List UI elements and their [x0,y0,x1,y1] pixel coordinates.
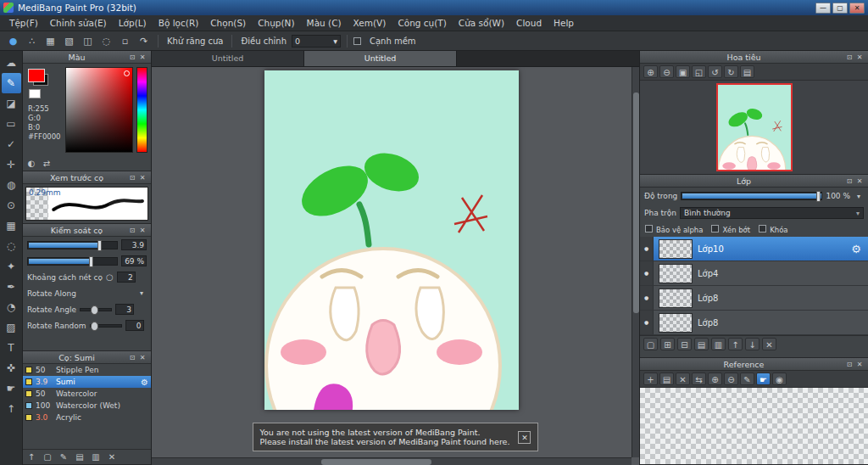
curve-icon[interactable]: ↷ [136,34,152,48]
vertical-scrollbar[interactable] [632,67,639,457]
zoom-out-icon[interactable]: ⊖ [659,65,674,78]
grid-icon[interactable]: ▦ [42,34,58,48]
gear-icon[interactable]: ⚙ [141,378,148,387]
menu-color[interactable]: Màu (C) [301,15,348,31]
rotate-left-icon[interactable]: ↺ [708,65,722,78]
delete-layer-icon[interactable]: ✕ [762,338,776,350]
hand-icon[interactable]: ☛ [756,373,771,385]
transparent-swatch[interactable] [29,89,41,98]
chevron-down-icon[interactable]: ▾ [136,289,147,297]
brush-opacity-value[interactable]: 69 % [121,255,147,266]
clipping-checkbox[interactable] [711,225,719,232]
brush-item[interactable]: 50 Watercolor [23,388,151,400]
menu-view[interactable]: Xem(V) [348,15,392,31]
horizontal-scrollbar[interactable] [152,457,632,465]
magic-wand-tool[interactable]: ✦ [2,256,21,277]
popout-icon[interactable]: ⊡ [127,354,137,361]
menu-snap[interactable]: Chụp(N) [252,15,300,31]
tile-icon[interactable]: ◫ [80,34,96,48]
spacing-knob-icon[interactable]: ○ [106,272,114,282]
brush-item-selected[interactable]: 3.9 Sumi ⚙ [23,376,151,388]
delete-brush-icon[interactable]: ✕ [107,452,117,462]
menu-cloud[interactable]: Cloud [510,15,548,31]
zoom-in-icon[interactable]: ⊕ [643,65,658,78]
flip-reference-icon[interactable]: ⇆ [692,373,706,385]
zoom-out-icon[interactable]: ⊖ [724,373,738,385]
layer-row[interactable]: ● Lớp8 [640,311,868,335]
notification-close-button[interactable]: ✕ [518,431,531,444]
canvas-viewport[interactable]: You are not using the latest version of … [152,67,639,465]
adjust-spinbox[interactable]: 0 ▾ [292,35,341,48]
brush-item[interactable]: 50 Stipple Pen [23,364,151,376]
lock-checkbox[interactable] [759,225,766,232]
horizontal-scroll-thumb[interactable] [321,459,431,465]
brush-tool[interactable]: ✎ [2,73,21,93]
minimize-button[interactable]: — [815,3,831,14]
open-reference-icon[interactable]: ▤ [659,373,674,385]
duplicate-layer-icon[interactable]: ⊞ [660,338,675,350]
soft-edge-checkbox[interactable] [353,37,361,45]
close-icon[interactable]: ✕ [137,174,147,182]
saturation-value-square[interactable] [65,67,133,153]
menu-filter[interactable]: Bộ lọc(R) [153,15,205,31]
close-icon[interactable]: ✕ [854,177,865,185]
actual-size-icon[interactable]: ◱ [692,65,706,78]
hue-bar[interactable] [136,67,147,153]
marquee-tool[interactable]: ▭ [2,114,21,134]
remove-reference-icon[interactable]: ✕ [676,373,690,385]
select-pen-tool[interactable]: ✓ [2,134,21,154]
brush-shape-circle-icon[interactable]: ● [5,34,21,48]
layer-folder-icon[interactable]: ▤ [694,338,709,350]
scatter-brush-icon[interactable]: ∴ [24,34,40,48]
folder-icon[interactable]: ▤ [75,452,85,462]
rotate-angle-value[interactable]: 3 [115,304,134,315]
move-up-icon[interactable]: ↑ [26,452,36,462]
vertical-scroll-thumb[interactable] [633,92,639,313]
rotate-right-icon[interactable]: ↻ [724,65,738,78]
edit-brush-icon[interactable]: ✎ [58,452,69,462]
move-tool[interactable]: ✛ [2,154,21,175]
popout-icon[interactable]: ⊡ [127,174,137,182]
menu-select[interactable]: Chọn(S) [204,15,252,31]
select-shape-icon[interactable]: ▫ [117,34,133,48]
hand-tool[interactable]: ☛ [2,378,21,399]
rotate-random-value[interactable]: 0 [125,320,144,331]
navigator-thumbnail[interactable] [716,83,793,171]
menu-edit[interactable]: Chỉnh sửa(E) [44,15,113,31]
maximize-button[interactable]: ▢ [832,3,848,14]
layer-row[interactable]: ● Lớp4 [640,261,868,286]
eyedropper-tool[interactable]: ✜ [2,358,21,378]
move-layer-down-icon[interactable]: ↓ [745,338,760,350]
chevron-down-icon[interactable]: ▾ [854,193,864,200]
popout-icon[interactable]: ⊡ [127,227,137,234]
fit-window-icon[interactable]: ▣ [676,65,690,78]
close-icon[interactable]: ✕ [137,354,147,361]
antialias-label[interactable]: Khử răng cưa [167,36,223,46]
flip-icon[interactable]: ▤ [740,65,754,78]
layer-visibility-toggle[interactable]: ● [640,261,654,285]
gear-icon[interactable]: ⚙ [851,243,861,255]
menu-file[interactable]: Tệp(F) [3,15,44,31]
cloud-tool[interactable]: ☁ [2,53,21,73]
menu-layer[interactable]: Lớp(L) [113,15,153,31]
text-tool[interactable]: T [2,338,21,358]
pattern-icon[interactable]: ▧ [61,34,77,48]
color-marker[interactable] [124,70,130,76]
alpha-lock-checkbox[interactable] [645,225,653,232]
swap-colors-icon[interactable]: ⇄ [42,159,52,168]
move-layer-up-icon[interactable]: ↑ [728,338,743,350]
grid-select-tool[interactable]: ▦ [2,216,21,236]
document-tab[interactable]: Untitled [152,51,304,66]
menu-tools[interactable]: Công cụ(T) [392,15,452,31]
pen-tool[interactable]: ✒ [2,277,21,297]
scroll-up-tool[interactable]: ↑ [2,399,21,419]
zoom-tool[interactable]: ⊙ [2,195,21,216]
pick-color-icon[interactable]: ✎ [740,373,754,385]
target-icon[interactable]: ◉ [772,373,787,385]
merge-layer-icon[interactable]: ⊟ [677,338,692,350]
brush-spacing-value[interactable]: 2 [117,272,136,283]
popout-icon[interactable]: ⊡ [844,361,854,368]
canvas-document[interactable] [264,70,519,410]
gradient-tool[interactable]: ▨ [2,317,21,338]
bucket-tool[interactable]: ◔ [2,297,21,317]
